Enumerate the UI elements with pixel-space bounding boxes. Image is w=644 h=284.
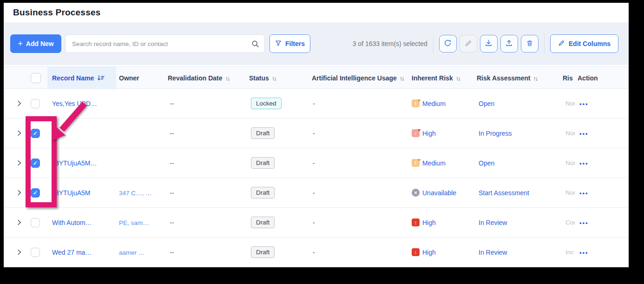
risk-dot-icon — [418, 159, 421, 161]
add-new-button[interactable]: + Add New — [10, 34, 61, 53]
revalidation-date-value: -- — [165, 130, 246, 137]
record-name-link[interactable]: k8YTUjuA5M… — [52, 159, 97, 167]
column-header-revalidation-date[interactable]: Revalidation Date↑↓ — [165, 67, 246, 89]
revalidation-date-value: -- — [165, 100, 246, 107]
expand-row-chevron-icon[interactable] — [12, 245, 26, 259]
app-window: Business Processes + Add New Filters 3 o… — [4, 3, 629, 267]
page-title: Business Processes — [13, 7, 100, 18]
record-name-link[interactable]: Y7… — [52, 130, 66, 137]
column-header-label: Action — [578, 74, 598, 82]
ai-usage-value: - — [309, 159, 409, 167]
record-name-link[interactable]: With Autom… — [52, 219, 92, 226]
row-actions-ellipsis-icon[interactable]: ••• — [579, 219, 589, 226]
plus-icon: + — [18, 40, 23, 48]
revalidation-date-value: -- — [165, 159, 246, 167]
risk-assessment-link[interactable]: Open — [479, 159, 494, 167]
row-checkbox[interactable] — [31, 218, 40, 227]
risk-assessment-link[interactable]: Open — [479, 100, 494, 107]
row-actions-ellipsis-icon[interactable]: ••• — [579, 160, 589, 167]
column-header-label: Inherent Risk — [412, 74, 453, 82]
filter-icon — [275, 40, 282, 48]
table-row: With Autom…PE, sam…--Draft-↑HighIn Revie… — [4, 208, 629, 238]
inherent-risk-label: Unavailable — [422, 189, 456, 197]
column-header-label: Revalidation Date — [168, 74, 222, 82]
sort-updown-icon[interactable]: ↑↓ — [533, 75, 537, 82]
row-checkbox[interactable]: ✓ — [31, 159, 40, 168]
expand-row-chevron-icon[interactable] — [12, 156, 26, 170]
status-badge: Locked — [251, 98, 282, 109]
status-badge: Draft — [251, 246, 275, 258]
expand-row-chevron-icon[interactable] — [12, 126, 26, 140]
row-checkbox[interactable]: ✓ — [31, 188, 40, 198]
search-container — [65, 34, 265, 53]
download-button[interactable] — [480, 35, 498, 53]
column-header-label: Record Name — [52, 74, 94, 82]
column-header-label: Ris — [563, 74, 573, 82]
delete-button[interactable] — [521, 35, 539, 53]
column-header-status[interactable]: Status↑↓ — [246, 67, 309, 89]
owner-link[interactable]: aamer … — [119, 249, 145, 256]
search-input[interactable] — [65, 34, 265, 53]
risk-assessment-link[interactable]: Start Assessment — [479, 189, 529, 197]
trash-icon — [526, 40, 533, 48]
edit-columns-button[interactable]: Edit Columns — [550, 34, 618, 53]
row-actions-ellipsis-icon[interactable]: ••• — [579, 249, 589, 256]
risk-assessment-link[interactable]: In Progress — [479, 130, 512, 137]
risk-assessment-link[interactable]: In Review — [479, 249, 507, 256]
row-actions-ellipsis-icon[interactable]: ••• — [579, 100, 589, 107]
expand-row-chevron-icon[interactable] — [12, 216, 26, 230]
filters-button[interactable]: Filters — [269, 34, 310, 53]
sort-updown-icon[interactable]: ↑↓ — [456, 75, 460, 82]
expand-row-chevron-icon[interactable] — [12, 186, 26, 200]
row-checkbox[interactable] — [31, 248, 40, 257]
toolbar-divider — [433, 34, 434, 53]
search-icon — [251, 40, 259, 50]
high-risk-icon: ↑ — [412, 248, 420, 256]
ai-usage-value: - — [309, 130, 409, 137]
record-name-link[interactable]: Wed 27 ma… — [52, 249, 92, 256]
status-badge: Draft — [251, 217, 275, 228]
risk-assessment-link[interactable]: In Review — [479, 219, 507, 226]
column-header-inherent-risk[interactable]: Inherent Risk↑↓ — [409, 67, 474, 89]
row-checkbox[interactable] — [31, 99, 40, 108]
column-header-label: Artificial Intelligence Usage — [312, 74, 397, 82]
risk-extra-truncated-value: Cor — [560, 219, 575, 226]
column-header-label: Status — [249, 74, 269, 82]
expand-row-chevron-icon[interactable] — [12, 97, 26, 111]
risk-extra-truncated-value: Inc — [560, 249, 575, 256]
sort-updown-icon[interactable]: ↑↓ — [272, 75, 276, 82]
status-badge: Draft — [251, 157, 275, 169]
upload-button[interactable] — [500, 35, 518, 53]
status-badge: Draft — [251, 187, 275, 198]
column-header-action: Action — [575, 67, 605, 89]
record-name-link[interactable]: Yes,Yes UPD… — [52, 100, 97, 107]
table-row: ✓k8YTUjuA5M…--Draft-!MediumOpenNor••• — [4, 148, 629, 178]
risk-extra-truncated-value: Nor — [560, 159, 575, 166]
sort-descending-icon[interactable] — [97, 75, 105, 81]
add-new-label: Add New — [26, 40, 54, 47]
row-actions-ellipsis-icon[interactable]: ••• — [579, 130, 589, 137]
column-header-label: Owner — [119, 74, 139, 82]
ai-usage-value: - — [309, 100, 409, 107]
select-all-checkbox[interactable] — [31, 73, 41, 83]
refresh-button[interactable] — [439, 35, 457, 53]
pencil-icon — [558, 40, 565, 48]
medium-risk-icon: ! — [412, 99, 420, 107]
column-header-risk-assessment[interactable]: Risk Assessment↑↓ — [474, 67, 560, 89]
column-header-artificial-intelligence-usage[interactable]: Artificial Intelligence Usage↑↓ — [309, 67, 409, 89]
row-actions-ellipsis-icon[interactable]: ••• — [579, 190, 589, 197]
owner-link[interactable]: 347 C…, … — [119, 190, 152, 197]
inherent-risk-label: Medium — [422, 100, 446, 107]
download-icon — [485, 39, 493, 48]
row-checkbox[interactable]: ✓ — [31, 129, 40, 138]
sort-updown-icon[interactable]: ↑↓ — [225, 75, 229, 82]
refresh-icon — [444, 39, 452, 48]
record-name-link[interactable]: k8YTUjuA5M — [52, 189, 90, 197]
bulk-action-buttons — [439, 35, 539, 53]
column-header-record-name[interactable]: Record Name — [47, 67, 116, 89]
risk-dot-icon — [418, 99, 421, 101]
sort-updown-icon[interactable]: ↑↓ — [400, 75, 404, 82]
revalidation-date-value: -- — [165, 219, 246, 226]
risk-extra-truncated-value: Nor — [560, 130, 575, 137]
owner-link[interactable]: PE, sam… — [119, 219, 149, 226]
